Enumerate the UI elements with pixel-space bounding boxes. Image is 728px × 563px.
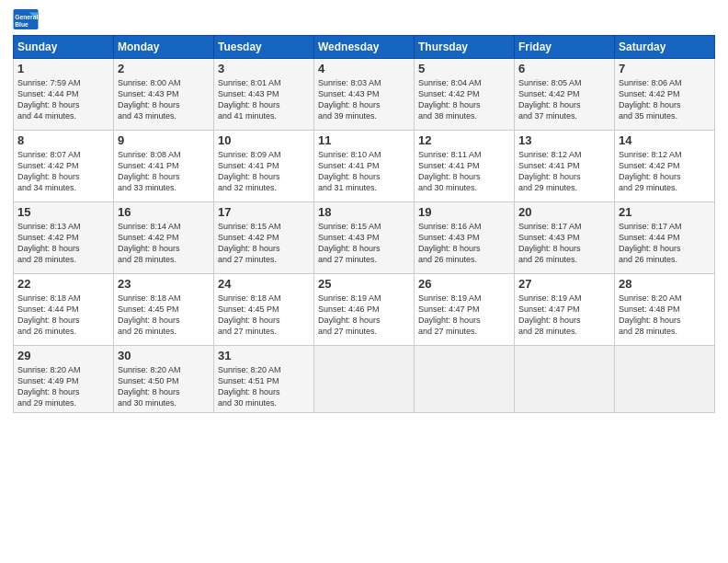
cell-info: Sunrise: 8:12 AMSunset: 4:42 PMDaylight:… — [619, 149, 711, 194]
day-number: 23 — [118, 277, 210, 291]
cell-info: Sunrise: 7:59 AMSunset: 4:44 PMDaylight:… — [17, 77, 109, 122]
calendar-cell: 13Sunrise: 8:12 AMSunset: 4:41 PMDayligh… — [515, 131, 615, 202]
calendar-cell: 22Sunrise: 8:18 AMSunset: 4:44 PMDayligh… — [14, 274, 114, 346]
day-number: 17 — [218, 205, 310, 219]
calendar-cell: 31Sunrise: 8:20 AMSunset: 4:51 PMDayligh… — [214, 346, 314, 413]
cell-info: Sunrise: 8:18 AMSunset: 4:44 PMDaylight:… — [17, 293, 109, 338]
day-number: 1 — [17, 62, 109, 75]
calendar-cell: 16Sunrise: 8:14 AMSunset: 4:42 PMDayligh… — [114, 202, 214, 274]
calendar-cell: 12Sunrise: 8:11 AMSunset: 4:41 PMDayligh… — [415, 131, 515, 202]
day-number: 2 — [118, 62, 210, 75]
logo-icon: General Blue — [13, 9, 39, 29]
calendar-cell — [415, 346, 515, 413]
day-number: 5 — [418, 62, 510, 75]
cell-info: Sunrise: 8:13 AMSunset: 4:42 PMDaylight:… — [17, 221, 109, 266]
calendar-cell: 28Sunrise: 8:20 AMSunset: 4:48 PMDayligh… — [615, 274, 715, 346]
calendar-cell: 2Sunrise: 8:00 AMSunset: 4:43 PMDaylight… — [114, 59, 214, 131]
cell-info: Sunrise: 8:04 AMSunset: 4:42 PMDaylight:… — [418, 77, 510, 122]
cell-info: Sunrise: 8:14 AMSunset: 4:42 PMDaylight:… — [118, 221, 210, 266]
calendar-cell: 26Sunrise: 8:19 AMSunset: 4:47 PMDayligh… — [415, 274, 515, 346]
calendar-table: SundayMondayTuesdayWednesdayThursdayFrid… — [13, 35, 715, 413]
col-header-sunday: Sunday — [14, 36, 114, 59]
day-number: 24 — [218, 277, 310, 291]
cell-info: Sunrise: 8:05 AMSunset: 4:42 PMDaylight:… — [518, 77, 610, 122]
col-header-friday: Friday — [515, 36, 615, 59]
day-number: 22 — [17, 277, 109, 291]
calendar-cell: 4Sunrise: 8:03 AMSunset: 4:43 PMDaylight… — [314, 59, 415, 131]
cell-info: Sunrise: 8:08 AMSunset: 4:41 PMDaylight:… — [118, 149, 210, 194]
day-number: 27 — [518, 277, 610, 291]
svg-text:Blue: Blue — [15, 21, 28, 28]
day-number: 7 — [619, 62, 711, 75]
cell-info: Sunrise: 8:18 AMSunset: 4:45 PMDaylight:… — [218, 293, 310, 338]
cell-info: Sunrise: 8:01 AMSunset: 4:43 PMDaylight:… — [218, 77, 310, 122]
calendar-cell: 27Sunrise: 8:19 AMSunset: 4:47 PMDayligh… — [515, 274, 615, 346]
cell-info: Sunrise: 8:03 AMSunset: 4:43 PMDaylight:… — [318, 77, 410, 122]
calendar-cell: 5Sunrise: 8:04 AMSunset: 4:42 PMDaylight… — [415, 59, 515, 131]
col-header-monday: Monday — [114, 36, 214, 59]
calendar-cell: 9Sunrise: 8:08 AMSunset: 4:41 PMDaylight… — [114, 131, 214, 202]
day-number: 6 — [518, 62, 610, 75]
calendar-cell: 23Sunrise: 8:18 AMSunset: 4:45 PMDayligh… — [114, 274, 214, 346]
day-number: 16 — [118, 205, 210, 219]
calendar-cell: 29Sunrise: 8:20 AMSunset: 4:49 PMDayligh… — [14, 346, 114, 413]
day-number: 18 — [318, 205, 410, 219]
col-header-wednesday: Wednesday — [314, 36, 415, 59]
header: General Blue — [13, 9, 715, 29]
calendar-cell: 7Sunrise: 8:06 AMSunset: 4:42 PMDaylight… — [615, 59, 715, 131]
cell-info: Sunrise: 8:17 AMSunset: 4:44 PMDaylight:… — [619, 221, 711, 266]
day-number: 15 — [17, 205, 109, 219]
cell-info: Sunrise: 8:10 AMSunset: 4:41 PMDaylight:… — [318, 149, 410, 194]
day-number: 14 — [619, 133, 711, 147]
cell-info: Sunrise: 8:16 AMSunset: 4:43 PMDaylight:… — [418, 221, 510, 266]
day-number: 3 — [218, 62, 310, 75]
cell-info: Sunrise: 8:18 AMSunset: 4:45 PMDaylight:… — [118, 293, 210, 338]
calendar-cell: 8Sunrise: 8:07 AMSunset: 4:42 PMDaylight… — [14, 131, 114, 202]
calendar-cell: 10Sunrise: 8:09 AMSunset: 4:41 PMDayligh… — [214, 131, 314, 202]
cell-info: Sunrise: 8:19 AMSunset: 4:46 PMDaylight:… — [318, 293, 410, 338]
svg-text:General: General — [15, 14, 38, 20]
calendar-cell: 24Sunrise: 8:18 AMSunset: 4:45 PMDayligh… — [214, 274, 314, 346]
calendar-cell: 25Sunrise: 8:19 AMSunset: 4:46 PMDayligh… — [314, 274, 415, 346]
cell-info: Sunrise: 8:11 AMSunset: 4:41 PMDaylight:… — [418, 149, 510, 194]
calendar-cell: 1Sunrise: 7:59 AMSunset: 4:44 PMDaylight… — [14, 59, 114, 131]
calendar-cell: 17Sunrise: 8:15 AMSunset: 4:42 PMDayligh… — [214, 202, 314, 274]
cell-info: Sunrise: 8:17 AMSunset: 4:43 PMDaylight:… — [518, 221, 610, 266]
day-number: 8 — [17, 133, 109, 147]
cell-info: Sunrise: 8:15 AMSunset: 4:43 PMDaylight:… — [318, 221, 410, 266]
logo: General Blue — [13, 9, 39, 29]
day-number: 11 — [318, 133, 410, 147]
calendar-cell: 18Sunrise: 8:15 AMSunset: 4:43 PMDayligh… — [314, 202, 415, 274]
day-number: 13 — [518, 133, 610, 147]
day-number: 29 — [17, 349, 109, 362]
col-header-thursday: Thursday — [415, 36, 515, 59]
cell-info: Sunrise: 8:15 AMSunset: 4:42 PMDaylight:… — [218, 221, 310, 266]
day-number: 21 — [619, 205, 711, 219]
day-number: 26 — [418, 277, 510, 291]
page-container: General Blue SundayMondayTuesdayWednesda… — [0, 0, 728, 420]
calendar-cell: 19Sunrise: 8:16 AMSunset: 4:43 PMDayligh… — [415, 202, 515, 274]
calendar-cell: 20Sunrise: 8:17 AMSunset: 4:43 PMDayligh… — [515, 202, 615, 274]
cell-info: Sunrise: 8:19 AMSunset: 4:47 PMDaylight:… — [518, 293, 610, 338]
cell-info: Sunrise: 8:20 AMSunset: 4:51 PMDaylight:… — [218, 364, 310, 409]
cell-info: Sunrise: 8:20 AMSunset: 4:49 PMDaylight:… — [17, 364, 109, 409]
calendar-cell: 21Sunrise: 8:17 AMSunset: 4:44 PMDayligh… — [615, 202, 715, 274]
cell-info: Sunrise: 8:19 AMSunset: 4:47 PMDaylight:… — [418, 293, 510, 338]
calendar-cell: 14Sunrise: 8:12 AMSunset: 4:42 PMDayligh… — [615, 131, 715, 202]
day-number: 20 — [518, 205, 610, 219]
day-number: 30 — [118, 349, 210, 362]
col-header-saturday: Saturday — [615, 36, 715, 59]
calendar-cell: 6Sunrise: 8:05 AMSunset: 4:42 PMDaylight… — [515, 59, 615, 131]
cell-info: Sunrise: 8:09 AMSunset: 4:41 PMDaylight:… — [218, 149, 310, 194]
calendar-cell — [615, 346, 715, 413]
cell-info: Sunrise: 8:20 AMSunset: 4:50 PMDaylight:… — [118, 364, 210, 409]
cell-info: Sunrise: 8:07 AMSunset: 4:42 PMDaylight:… — [17, 149, 109, 194]
day-number: 28 — [619, 277, 711, 291]
day-number: 12 — [418, 133, 510, 147]
day-number: 4 — [318, 62, 410, 75]
day-number: 25 — [318, 277, 410, 291]
calendar-cell — [314, 346, 415, 413]
cell-info: Sunrise: 8:20 AMSunset: 4:48 PMDaylight:… — [619, 293, 711, 338]
day-number: 10 — [218, 133, 310, 147]
calendar-cell: 15Sunrise: 8:13 AMSunset: 4:42 PMDayligh… — [14, 202, 114, 274]
